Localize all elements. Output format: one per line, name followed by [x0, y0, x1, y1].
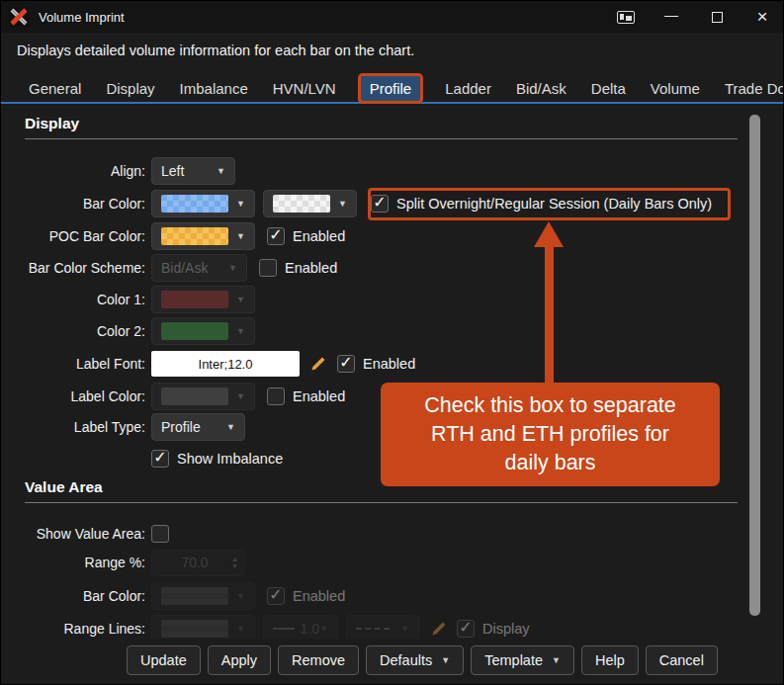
show-value-area-row: Show Value Area: [1, 519, 169, 549]
chevron-down-icon: ▼ [226, 422, 235, 432]
align-value: Left [161, 163, 184, 179]
tab-bar: General Display Imbalance HVN/LVN Profil… [1, 74, 784, 104]
chevron-down-icon: ▼ [217, 166, 225, 176]
callout-line-2: RTH and ETH profiles for [431, 420, 669, 449]
volume-imprint-dialog: Volume Imprint — × Displays detailed vol… [0, 0, 784, 685]
app-logo-icon [9, 7, 29, 27]
poc-enabled-label: Enabled [293, 228, 345, 244]
range-lines-color-swatch [161, 620, 228, 638]
tab-ladder[interactable]: Ladder [445, 80, 491, 97]
line-width-icon [273, 628, 295, 630]
template-button-label: Template [484, 652, 543, 668]
close-icon: × [756, 6, 767, 28]
display-section-title: Display [25, 115, 79, 132]
minimize-button[interactable]: — [649, 1, 694, 33]
label-color-enabled-label: Enabled [293, 388, 345, 404]
tab-display[interactable]: Display [106, 80, 154, 97]
dialog-description: Displays detailed volume information for… [17, 43, 414, 58]
check-icon: ✓ [153, 448, 166, 467]
range-pct-value: 70.0 [158, 555, 231, 570]
label-font-field[interactable]: Inter;12.0 [151, 351, 300, 377]
bar-color-scheme-dropdown: Bid/Ask ▼ [151, 254, 247, 282]
update-button[interactable]: Update [127, 645, 201, 675]
chevron-down-icon: ▼ [319, 624, 328, 634]
poc-enabled-checkbox[interactable]: ✓ [267, 227, 285, 245]
close-button[interactable]: × [740, 1, 784, 33]
tab-profile[interactable]: Profile [361, 76, 421, 101]
dashed-line-icon [356, 628, 390, 630]
defaults-button[interactable]: Defaults ▼ [366, 645, 464, 675]
font-enabled-label: Enabled [363, 356, 415, 372]
chevron-down-icon: ▼ [400, 624, 409, 634]
label-color-row: Label Color: ▼ Enabled [1, 382, 345, 411]
maximize-button[interactable] [694, 1, 740, 33]
dock-window-button[interactable] [603, 1, 649, 33]
range-lines-display-label: Display [482, 621, 530, 637]
label-color-dropdown: ▼ [151, 383, 255, 410]
range-lines-display-checkbox: ✓ [457, 620, 475, 638]
scheme-enabled-checkbox[interactable] [259, 259, 277, 277]
callout-line-3: daily bars [504, 449, 595, 477]
tab-delta[interactable]: Delta [591, 80, 626, 97]
chevron-down-icon: ▼ [552, 655, 561, 665]
poc-color-swatch [161, 227, 228, 245]
range-lines-row: Range Lines: ▼ 1.0 ▼ ▼ ✓ [1, 614, 530, 639]
tab-volume[interactable]: Volume [651, 80, 700, 97]
font-enabled-checkbox[interactable]: ✓ [337, 355, 355, 373]
bar-color-dropdown[interactable]: ▼ [151, 190, 255, 217]
check-icon: ✓ [459, 618, 472, 637]
bar-color2-dropdown[interactable]: ▼ [263, 190, 357, 217]
va-enabled-checkbox: ✓ [267, 587, 285, 605]
help-button[interactable]: Help [581, 645, 639, 675]
show-imbalance-checkbox[interactable]: ✓ [151, 450, 169, 468]
color2-row: Color 2: ▼ [1, 316, 255, 346]
tab-trade-dots[interactable]: Trade Dots [725, 80, 784, 97]
align-dropdown[interactable]: Left ▼ [151, 157, 235, 185]
edit-font-button[interactable] [310, 356, 326, 372]
vertical-scrollbar[interactable] [749, 115, 760, 616]
color2-label: Color 2: [1, 323, 151, 339]
remove-button[interactable]: Remove [278, 645, 359, 675]
range-lines-color-dropdown: ▼ [151, 615, 255, 639]
template-button[interactable]: Template ▼ [471, 645, 574, 675]
range-pct-label: Range %: [1, 555, 151, 570]
tab-hvn-lvn[interactable]: HVN/LVN [273, 80, 336, 97]
pencil-icon [431, 621, 447, 637]
range-lines-width-value: 1.0 [301, 621, 319, 637]
bar-color-label: Bar Color: [1, 196, 151, 212]
poc-bar-color-dropdown[interactable]: ▼ [151, 222, 255, 250]
window-title: Volume Imprint [39, 10, 125, 25]
label-color-swatch [161, 387, 228, 405]
show-imbalance-label: Show Imbalance [177, 451, 283, 467]
annotation-highlight-box [368, 188, 731, 220]
tab-bid-ask[interactable]: Bid/Ask [516, 80, 566, 97]
dock-icon [617, 11, 635, 24]
label-font-row: Label Font: Inter;12.0 ✓ Enabled [1, 349, 415, 379]
tab-general[interactable]: General [29, 80, 81, 97]
chevron-down-icon: ▼ [236, 391, 245, 401]
chevron-down-icon: ▼ [236, 624, 245, 634]
edit-range-lines-button [431, 621, 447, 637]
title-bar: Volume Imprint — × [1, 1, 784, 33]
range-lines-width-dropdown: 1.0 ▼ [263, 615, 338, 639]
poc-bar-color-row: POC Bar Color: ▼ ✓ Enabled [1, 221, 345, 251]
show-value-area-checkbox[interactable] [151, 525, 169, 543]
poc-bar-color-label: POC Bar Color: [1, 228, 151, 244]
cancel-button[interactable]: Cancel [646, 645, 718, 675]
label-color-enabled-checkbox[interactable] [267, 387, 285, 405]
label-type-dropdown[interactable]: Profile ▼ [151, 413, 245, 441]
range-lines-label: Range Lines: [1, 621, 151, 637]
color2-swatch [161, 322, 228, 340]
chevron-down-icon: ▼ [236, 231, 245, 241]
chevron-down-icon: ▼ [338, 199, 347, 209]
chevron-down-icon: ▼ [236, 326, 245, 336]
color1-swatch [161, 291, 228, 308]
apply-button[interactable]: Apply [208, 645, 271, 675]
bar-color-scheme-label: Bar Color Scheme: [1, 260, 151, 276]
section-divider [25, 138, 738, 139]
bar-color-scheme-value: Bid/Ask [161, 260, 208, 276]
show-value-area-label: Show Value Area: [1, 526, 151, 542]
tab-imbalance[interactable]: Imbalance [180, 80, 248, 97]
va-bar-color-row: Bar Color: ▼ ✓ Enabled [1, 581, 345, 611]
range-lines-style-dropdown: ▼ [346, 615, 419, 639]
